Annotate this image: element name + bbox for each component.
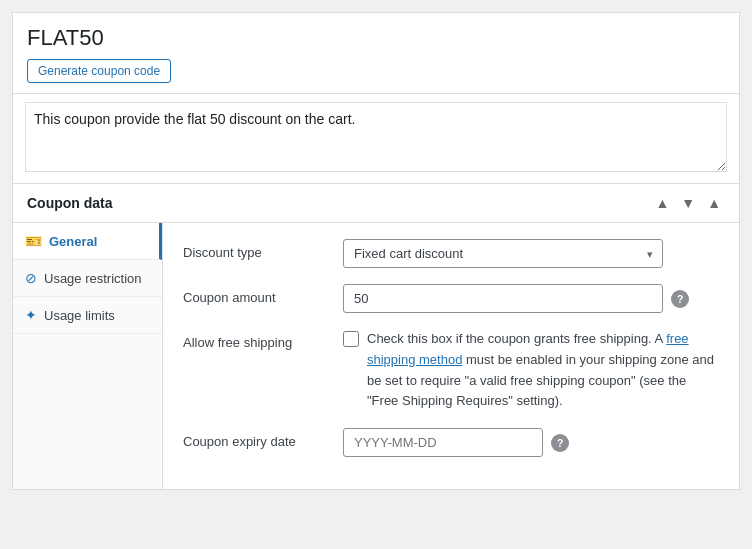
sidebar-nav: 🎫 General ⊘ Usage restriction ✦ Usage li… [13, 223, 163, 489]
sidebar-item-general-label: General [49, 234, 97, 249]
free-shipping-checkbox[interactable] [343, 331, 359, 347]
general-icon: 🎫 [25, 233, 42, 249]
free-shipping-field: Check this box if the coupon grants free… [343, 329, 719, 412]
sidebar-item-usage-restriction[interactable]: ⊘ Usage restriction [13, 260, 162, 297]
coupon-amount-help-icon[interactable]: ? [671, 290, 689, 308]
coupon-amount-row: Coupon amount ? [183, 284, 719, 313]
free-shipping-method-link[interactable]: free shipping method [367, 331, 689, 367]
sidebar-item-usage-restriction-label: Usage restriction [44, 271, 142, 286]
coupon-expiry-help-icon[interactable]: ? [551, 434, 569, 452]
discount-type-label: Discount type [183, 239, 343, 260]
discount-type-row: Discount type Fixed cart discount Percen… [183, 239, 719, 268]
coupon-expiry-row: Coupon expiry date ? [183, 428, 719, 457]
coupon-description-input[interactable] [25, 102, 727, 172]
coupon-amount-field: ? [343, 284, 719, 313]
allow-free-shipping-row: Allow free shipping Check this box if th… [183, 329, 719, 412]
page-wrapper: FLAT50 Generate coupon code Coupon data … [0, 0, 752, 502]
panel-title: Coupon data [27, 195, 113, 211]
description-area [12, 93, 740, 183]
usage-restriction-icon: ⊘ [25, 270, 37, 286]
sidebar-item-general[interactable]: 🎫 General [13, 223, 162, 260]
coupon-expiry-input[interactable] [343, 428, 543, 457]
usage-limits-icon: ✦ [25, 307, 37, 323]
discount-type-field: Fixed cart discount Percentage discount … [343, 239, 719, 268]
coupon-data-panel: Coupon data ▲ ▼ ▲ 🎫 General ⊘ Usage rest… [12, 183, 740, 490]
panel-controls: ▲ ▼ ▲ [651, 194, 725, 212]
discount-type-select-wrapper: Fixed cart discount Percentage discount … [343, 239, 663, 268]
allow-free-shipping-label: Allow free shipping [183, 329, 343, 350]
sidebar-item-usage-limits[interactable]: ✦ Usage limits [13, 297, 162, 334]
coupon-amount-label: Coupon amount [183, 284, 343, 305]
panel-body: 🎫 General ⊘ Usage restriction ✦ Usage li… [13, 223, 739, 489]
sidebar-item-usage-limits-label: Usage limits [44, 308, 115, 323]
panel-down-button[interactable]: ▼ [677, 194, 699, 212]
generate-coupon-button[interactable]: Generate coupon code [27, 59, 171, 83]
coupon-title-area: FLAT50 Generate coupon code [12, 12, 740, 93]
free-shipping-description: Check this box if the coupon grants free… [367, 329, 719, 412]
panel-collapse-button[interactable]: ▲ [703, 194, 725, 212]
panel-up-button[interactable]: ▲ [651, 194, 673, 212]
coupon-expiry-label: Coupon expiry date [183, 428, 343, 449]
coupon-title: FLAT50 [27, 25, 725, 51]
panel-header: Coupon data ▲ ▼ ▲ [13, 184, 739, 223]
coupon-expiry-field: ? [343, 428, 569, 457]
coupon-amount-input[interactable] [343, 284, 663, 313]
content-area: Discount type Fixed cart discount Percen… [163, 223, 739, 489]
discount-type-select[interactable]: Fixed cart discount Percentage discount … [343, 239, 663, 268]
